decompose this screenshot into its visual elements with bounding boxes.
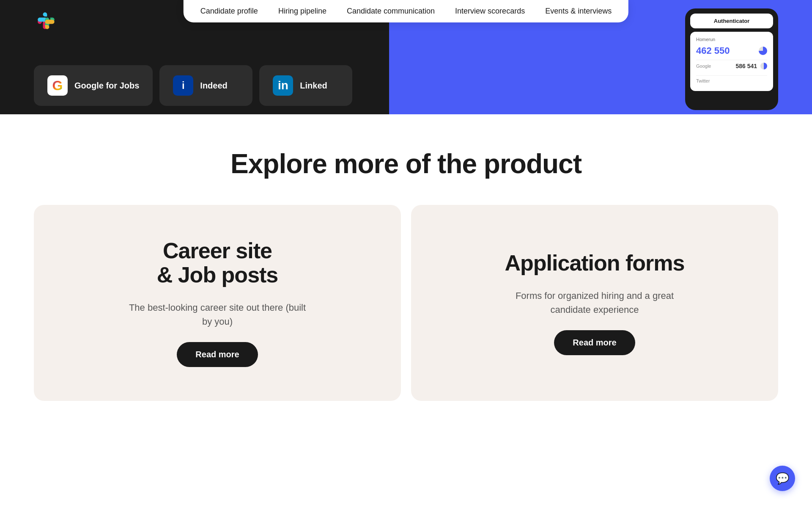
career-site-title: Career site & Job posts (157, 239, 278, 287)
nav-candidate-communication[interactable]: Candidate communication (347, 7, 435, 16)
authenticator-header: Authenticator (690, 14, 773, 28)
application-forms-title: Application forms (505, 251, 684, 275)
section-title: Explore more of the product (34, 148, 778, 179)
google-auth-code: 586 541 (735, 63, 767, 69)
nav-candidate-profile[interactable]: Candidate profile (200, 7, 258, 16)
homerun-code: 462 550 (696, 45, 767, 56)
nav-interview-scorecards[interactable]: Interview scorecards (455, 7, 525, 16)
career-site-read-more-button[interactable]: Read more (177, 342, 258, 367)
chat-button[interactable]: 💬 (770, 466, 795, 491)
homerun-label: Homerun (696, 37, 767, 42)
main-content: Explore more of the product Career site … (0, 114, 812, 435)
career-site-description: The best-looking career site out there (… (129, 301, 306, 329)
career-site-card: Career site & Job posts The best-looking… (34, 205, 401, 401)
application-forms-read-more-button[interactable]: Read more (554, 330, 635, 355)
indeed-tile: i Indeed (159, 65, 252, 106)
homerun-timer-icon (759, 47, 767, 55)
chat-icon: 💬 (776, 472, 789, 485)
google-auth-row: Google 586 541 (696, 60, 767, 72)
application-forms-card: Application forms Forms for organized hi… (411, 205, 778, 401)
google-timer-icon (760, 63, 767, 69)
google-icon: G (47, 75, 68, 96)
google-jobs-tile: G Google for Jobs (34, 65, 153, 106)
linkedin-icon: in (273, 75, 293, 96)
nav-events-interviews[interactable]: Events & interviews (545, 7, 612, 16)
application-forms-description: Forms for organized hiring and a great c… (506, 289, 683, 317)
phone-mockup: Authenticator Homerun 462 550 Google 586… (685, 8, 778, 110)
slack-logo-area (34, 0, 56, 39)
twitter-auth-row: Twitter (696, 75, 767, 86)
top-section: G Google for Jobs i Indeed in Linked (0, 0, 812, 114)
product-cards-grid: Career site & Job posts The best-looking… (34, 205, 778, 435)
twitter-auth-label: Twitter (696, 78, 710, 83)
nav-hiring-pipeline[interactable]: Hiring pipeline (278, 7, 326, 16)
slack-logo-icon (34, 8, 56, 30)
linkedin-tile: in Linked (259, 65, 352, 106)
auth-card: Homerun 462 550 Google 586 541 Twitter (690, 32, 773, 91)
indeed-icon: i (173, 75, 193, 96)
google-auth-label: Google (696, 64, 711, 69)
linkedin-label: Linked (300, 81, 327, 91)
google-jobs-label: Google for Jobs (74, 81, 139, 91)
nav-bar: Candidate profile Hiring pipeline Candid… (184, 0, 628, 22)
job-boards-container: G Google for Jobs i Indeed in Linked (34, 65, 352, 106)
indeed-label: Indeed (200, 81, 227, 91)
